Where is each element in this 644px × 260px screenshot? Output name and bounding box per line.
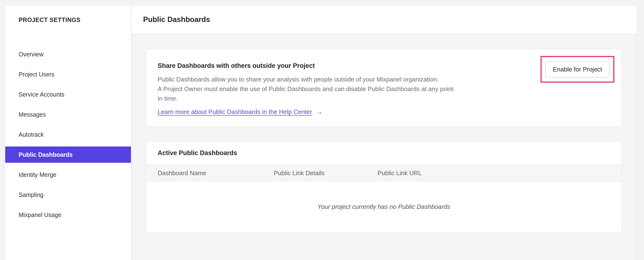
share-body-line: A Project Owner must enable the use of P… xyxy=(158,84,610,94)
active-card-title-row: Active Public Dashboards xyxy=(146,142,621,165)
project-settings-sidebar: PROJECT SETTINGS Overview Project Users … xyxy=(5,5,131,260)
main-header: Public Dashboards xyxy=(132,5,636,34)
sidebar-item-service-accounts[interactable]: Service Accounts xyxy=(5,86,131,102)
table-column-header: Public Link Details xyxy=(274,169,378,177)
sidebar-item-label: Project Users xyxy=(18,71,54,78)
sidebar-item-autotrack[interactable]: Autotrack xyxy=(5,126,131,143)
sidebar-item-label: Messages xyxy=(18,111,46,118)
sidebar-item-label: Public Dashboards xyxy=(18,151,72,158)
help-center-link[interactable]: Learn more about Public Dashboards in th… xyxy=(158,107,312,116)
share-dashboards-card: Share Dashboards with others outside you… xyxy=(146,49,622,127)
sidebar-item-label: Sampling xyxy=(18,191,44,198)
sidebar-item-label: Service Accounts xyxy=(18,91,64,98)
empty-state-message: Your project currently has no Public Das… xyxy=(318,203,450,211)
dashboards-table-header: Dashboard NamePublic Link DetailsPublic … xyxy=(146,165,621,181)
sidebar-item-label: Identity Merge xyxy=(18,171,56,178)
sidebar-item-project-users[interactable]: Project Users xyxy=(5,66,131,82)
arrow-right-icon: → xyxy=(316,107,323,116)
help-center-link-row: Learn more about Public Dashboards in th… xyxy=(158,107,610,116)
sidebar-item-overview[interactable]: Overview xyxy=(5,46,131,62)
share-body-line: Public Dashboards allow you to share you… xyxy=(158,75,610,84)
share-body-line: in time. xyxy=(158,94,610,103)
sidebar-title: PROJECT SETTINGS xyxy=(18,17,80,23)
active-card-title: Active Public Dashboards xyxy=(158,149,237,157)
main-content: Share Dashboards with others outside you… xyxy=(132,34,636,260)
sidebar-item-mixpanel-usage[interactable]: Mixpanel Usage xyxy=(5,207,131,223)
share-card-heading: Share Dashboards with others outside you… xyxy=(158,61,610,70)
sidebar-nav: Overview Project Users Service Accounts … xyxy=(5,46,131,227)
table-column-header: Dashboard Name xyxy=(158,169,274,177)
page-title: Public Dashboards xyxy=(143,15,210,24)
sidebar-item-messages[interactable]: Messages xyxy=(5,106,131,122)
sidebar-item-public-dashboards[interactable]: Public Dashboards xyxy=(5,147,131,163)
table-column-header: Public Link URL xyxy=(378,169,621,177)
sidebar-item-identity-merge[interactable]: Identity Merge xyxy=(5,167,131,183)
sidebar-item-label: Autotrack xyxy=(18,131,44,138)
share-card-body: Public Dashboards allow you to share you… xyxy=(158,75,610,103)
active-dashboards-card: Active Public Dashboards Dashboard NameP… xyxy=(146,141,622,232)
sidebar-item-label: Overview xyxy=(18,51,44,58)
enable-for-project-button[interactable]: Enable for Project xyxy=(545,61,610,77)
sidebar-item-sampling[interactable]: Sampling xyxy=(5,187,131,203)
sidebar-item-label: Mixpanel Usage xyxy=(18,211,61,218)
dashboards-empty-state: Your project currently has no Public Das… xyxy=(146,181,621,232)
